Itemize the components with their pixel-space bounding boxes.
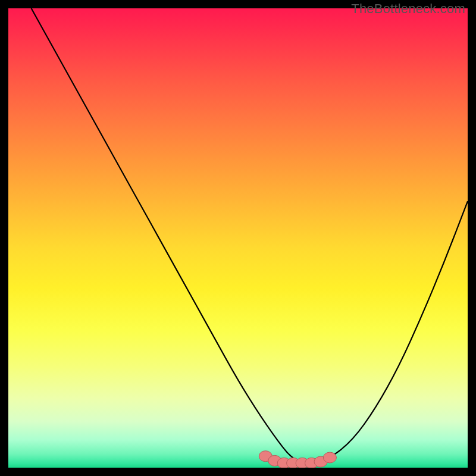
plot-gradient-area (8, 8, 468, 468)
highlight-marker (323, 452, 336, 463)
highlight-markers (8, 8, 468, 468)
marker-group (259, 451, 336, 468)
chart-container: TheBottleneck.com (0, 0, 476, 476)
watermark-text: TheBottleneck.com (351, 1, 465, 17)
